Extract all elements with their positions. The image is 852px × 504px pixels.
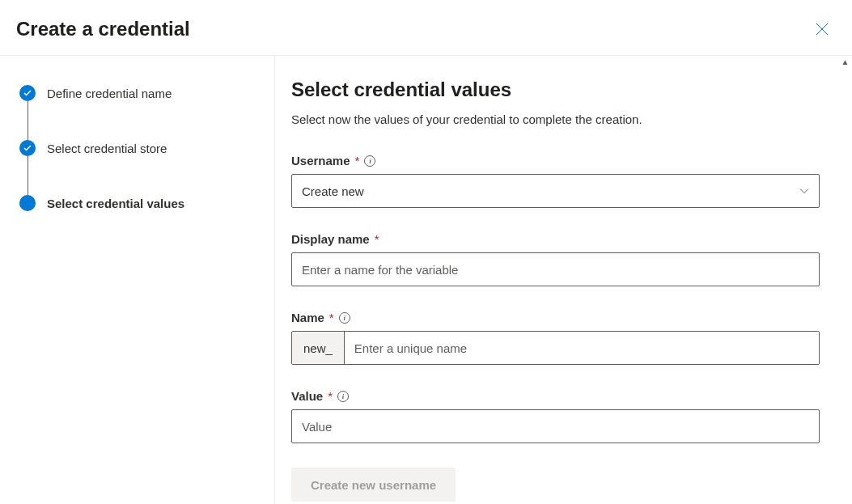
create-button[interactable]: Create new username bbox=[291, 468, 456, 502]
steps-sidebar: Define credential name Select credential… bbox=[0, 56, 275, 504]
display-name-input[interactable] bbox=[291, 252, 820, 286]
step-label: Define credential name bbox=[47, 87, 172, 100]
name-prefix: new_ bbox=[292, 332, 345, 364]
step-select-credential-values[interactable]: Select credential values bbox=[19, 195, 258, 211]
step-select-credential-store[interactable]: Select credential store bbox=[19, 140, 258, 156]
scrollbar[interactable]: ▲ bbox=[838, 55, 852, 504]
step-connector bbox=[28, 101, 28, 140]
info-icon[interactable]: i bbox=[364, 155, 375, 167]
name-input[interactable] bbox=[345, 332, 819, 364]
info-icon[interactable]: i bbox=[339, 312, 350, 324]
required-asterisk: * bbox=[329, 311, 334, 324]
name-field-group: Name * i new_ bbox=[291, 311, 820, 365]
main-panel: Select credential values Select now the … bbox=[275, 56, 852, 504]
display-name-field-group: Display name * bbox=[291, 232, 820, 286]
step-define-credential-name[interactable]: Define credential name bbox=[19, 85, 258, 101]
info-icon[interactable]: i bbox=[337, 391, 349, 402]
dialog-header: Create a credential bbox=[0, 0, 852, 56]
step-completed-icon bbox=[19, 85, 36, 101]
value-input[interactable] bbox=[291, 409, 820, 443]
value-label: Value * i bbox=[291, 389, 820, 403]
username-dropdown[interactable]: Create new bbox=[291, 174, 820, 208]
scroll-up-arrow[interactable]: ▲ bbox=[838, 55, 852, 69]
step-completed-icon bbox=[19, 140, 36, 156]
required-asterisk: * bbox=[355, 154, 360, 167]
display-name-label: Display name * bbox=[291, 232, 820, 246]
value-field-group: Value * i bbox=[291, 389, 820, 443]
username-label: Username * i bbox=[291, 154, 820, 167]
dropdown-value: Create new bbox=[302, 184, 364, 198]
username-field-group: Username * i Create new bbox=[291, 154, 820, 208]
close-icon bbox=[816, 23, 829, 36]
dialog-title: Create a credential bbox=[16, 18, 190, 40]
required-asterisk: * bbox=[328, 389, 333, 403]
panel-heading: Select credential values bbox=[291, 78, 820, 101]
panel-description: Select now the values of your credential… bbox=[291, 112, 820, 126]
step-label: Select credential store bbox=[47, 142, 167, 155]
step-connector bbox=[28, 156, 28, 195]
chevron-down-icon bbox=[799, 188, 809, 194]
name-label: Name * i bbox=[291, 311, 820, 324]
step-label: Select credential values bbox=[47, 197, 184, 210]
dialog-content: Define credential name Select credential… bbox=[0, 56, 852, 504]
close-button[interactable] bbox=[812, 19, 832, 39]
name-input-wrapper: new_ bbox=[291, 331, 820, 365]
step-current-icon bbox=[19, 195, 36, 211]
required-asterisk: * bbox=[375, 232, 379, 246]
